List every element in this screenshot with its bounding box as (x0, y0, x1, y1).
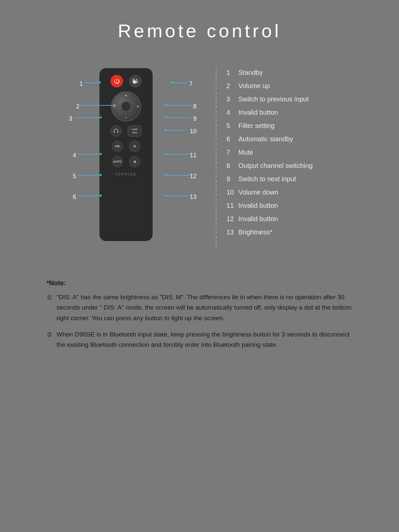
label-11: 11 (190, 152, 197, 159)
dot-2 (114, 104, 116, 106)
legend-num-13: 13 (226, 228, 238, 236)
arrow-7 (172, 82, 187, 83)
dot-12 (165, 174, 167, 176)
label-1: 1 (79, 80, 83, 87)
dot-6 (100, 195, 102, 197)
legend-num-4: 4 (226, 108, 238, 117)
remote-row-5: AUTO ◑ (103, 156, 149, 167)
note-text-1: "DIS: A" has the same brightness as "DIS… (57, 292, 352, 323)
dial-area: + − < > (111, 91, 141, 121)
note-text-2: When D90SE is in Bluetooth input state, … (57, 329, 352, 350)
remote-brand: TOPPING (115, 173, 137, 176)
dot-7 (171, 81, 173, 83)
dot-4 (100, 153, 102, 155)
line-out-button[interactable]: LineOut (128, 125, 142, 137)
arrow-11 (166, 154, 191, 155)
notes-container: ① "DIS: A" has the same brightness as "D… (47, 292, 352, 350)
dial-minus-label: − (125, 115, 127, 119)
legend-item-3: 3 Switch to previous input (226, 95, 353, 103)
legend-item-6: 6 Automatic standby (226, 135, 353, 143)
legend-text-9: Switch to next input (238, 175, 296, 183)
dot-1 (99, 81, 101, 83)
power-button[interactable] (110, 75, 123, 87)
legend-num-9: 9 (226, 175, 238, 183)
legend-num-10: 10 (226, 188, 238, 197)
legend-list: 1 Standby 2 Volume up 3 Switch to previo… (226, 62, 353, 241)
remote-row-1 (103, 75, 149, 87)
legend-text-12: Invalid button (238, 214, 278, 223)
dial-right-label: > (137, 104, 139, 108)
legend-text-3: Switch to previous input (238, 95, 309, 103)
note-item-2: ② When D90SE is in Bluetooth input state… (47, 329, 352, 350)
arrow-8 (166, 105, 191, 106)
legend-text-4: Invalid button (238, 108, 278, 117)
arrow-9 (166, 117, 191, 118)
label-10: 10 (190, 128, 197, 135)
legend-num-2: 2 (226, 81, 238, 90)
arrow-1 (84, 82, 99, 83)
arrow-13 (166, 196, 191, 196)
legend-num-8: 8 (226, 161, 238, 170)
remote-row-3: LineOut (103, 125, 149, 137)
m-button[interactable]: M (129, 141, 140, 152)
dial-plus-label: + (125, 93, 127, 97)
headphone-button[interactable] (110, 125, 122, 137)
legend-num-1: 1 (226, 68, 238, 77)
note-symbol-2: ② (47, 330, 57, 340)
legend-item-12: 12 Invalid button (226, 214, 353, 223)
legend-num-7: 7 (226, 148, 238, 157)
fir-button[interactable]: FIR (112, 141, 123, 152)
legend-item-13: 13 Brightness* (226, 228, 353, 236)
page-container: Remote control (0, 0, 399, 532)
legend-item-10: 10 Volume down (226, 188, 353, 197)
dot-5 (100, 174, 102, 176)
legend-num-5: 5 (226, 121, 238, 130)
note-symbol-1: ① (47, 292, 57, 303)
legend-num-12: 12 (226, 214, 238, 223)
label-12: 12 (190, 173, 197, 180)
dial-center (121, 101, 131, 111)
legend-text-6: Automatic standby (238, 135, 293, 143)
legend-num-3: 3 (226, 95, 238, 103)
label-2: 2 (76, 103, 79, 110)
remote-row-dial: + − < > (103, 91, 149, 121)
diagram-section: + − < > LineOut (27, 62, 372, 254)
arrow-2 (81, 105, 114, 106)
page-title: Remote control (27, 20, 372, 42)
arrow-12 (166, 175, 191, 176)
mute-button[interactable] (129, 75, 142, 87)
arrow-6 (78, 196, 100, 196)
legend-text-2: Volume up (238, 81, 270, 90)
legend-item-9: 9 Switch to next input (226, 175, 353, 183)
legend-item-4: 4 Invalid button (226, 108, 353, 117)
label-8: 8 (193, 103, 197, 110)
remote-body: + − < > LineOut (99, 68, 153, 241)
label-13: 13 (190, 194, 197, 200)
dot-8 (165, 104, 167, 106)
dot-13 (165, 195, 167, 197)
legend-item-5: 5 Filter setting (226, 121, 353, 130)
dot-11 (165, 153, 167, 155)
volume-dial[interactable]: + − < > (111, 91, 141, 121)
legend-item-1: 1 Standby (226, 68, 353, 77)
legend-text-5: Filter setting (238, 121, 275, 130)
notes-title: *Note: (47, 278, 352, 289)
arrow-4 (78, 154, 100, 155)
legend-text-10: Volume down (238, 188, 278, 197)
remote-row-4: FIR M (103, 141, 149, 152)
legend-text-1: Standby (238, 68, 263, 77)
dot-3 (100, 116, 102, 118)
label-6: 6 (73, 194, 76, 200)
legend-divider (216, 68, 216, 248)
auto-button[interactable]: AUTO (112, 156, 123, 167)
legend-num-6: 6 (226, 135, 238, 143)
brightness-button[interactable]: ◑ (129, 156, 140, 167)
label-4: 4 (73, 152, 76, 159)
dot-9 (165, 116, 167, 118)
legend-text-11: Invalid button (238, 201, 278, 210)
legend-item-7: 7 Mute (226, 148, 353, 157)
label-9: 9 (193, 115, 197, 122)
arrow-3 (74, 117, 100, 118)
arrow-5 (78, 175, 100, 176)
note-item-1: ① "DIS: A" has the same brightness as "D… (47, 292, 352, 323)
